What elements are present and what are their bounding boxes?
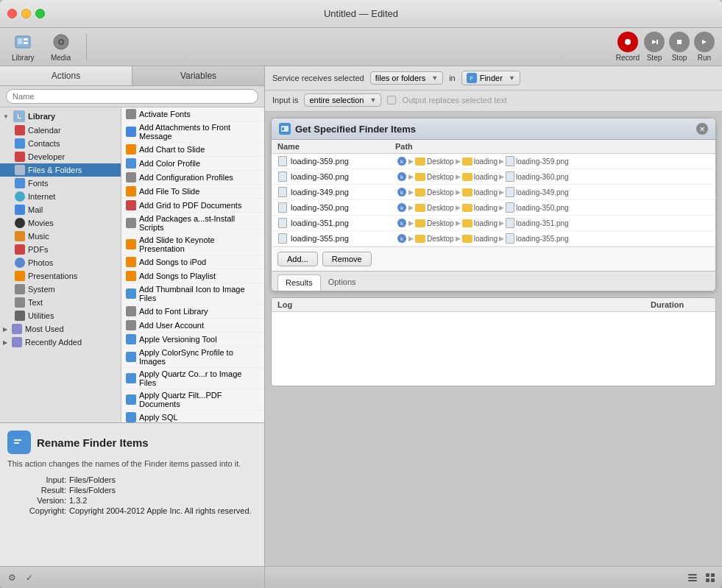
action-apply-colorsync[interactable]: Apply ColorSync Profile to Images (121, 347, 264, 368)
output-replaces-checkbox[interactable] (387, 96, 396, 105)
maximize-button[interactable] (35, 9, 45, 18)
svg-rect-12 (13, 437, 26, 447)
finder-row-3[interactable]: loading-350.png k ▶ Desktop ▶ loading ▶ (272, 200, 715, 216)
list-view-button[interactable] (685, 570, 700, 585)
developer-icon (15, 152, 25, 162)
recently-added-icon (12, 337, 22, 347)
media-label: Media (51, 54, 71, 62)
pdfs-icon (15, 244, 25, 255)
action-add-to-font-library[interactable]: Add to Font Library (121, 305, 264, 319)
stop-button[interactable]: Stop (669, 32, 690, 62)
action-add-color-profile[interactable]: Add Color Profile (121, 157, 264, 171)
sidebar-item-most-used[interactable]: ▶ Most Used (0, 322, 121, 336)
sidebar-item-fonts[interactable]: Fonts (0, 177, 121, 190)
service-type-dropdown[interactable]: files or folders ▼ (370, 71, 443, 85)
finder-panel-title: Get Specified Finder Items (295, 124, 416, 135)
tab-results[interactable]: Results (277, 274, 321, 291)
action-add-grid-pdf[interactable]: Add Grid to PDF Documents (121, 199, 264, 213)
action-icon (126, 271, 136, 281)
sidebar-item-files-folders[interactable]: Files & Folders (0, 163, 121, 177)
library-button[interactable]: Library (7, 29, 39, 65)
action-icon (126, 352, 136, 362)
sidebar-item-pdfs[interactable]: PDFs (0, 243, 121, 256)
sidebar-item-photos[interactable]: Photos (0, 256, 121, 269)
finder-row-1[interactable]: loading-360.png k ▶ Desktop ▶ loading ▶ (272, 169, 715, 185)
run-button[interactable]: Run (694, 32, 715, 62)
sidebar-item-mail[interactable]: Mail (0, 203, 121, 216)
action-apply-quartz-color[interactable]: Apply Quartz Co...r to Image Files (121, 368, 264, 389)
action-add-attachments[interactable]: Add Attachments to Front Message (121, 121, 264, 143)
close-button[interactable] (7, 9, 17, 18)
grid-view-button[interactable] (703, 570, 718, 585)
finder-row-2[interactable]: loading-349.png k ▶ Desktop ▶ loading ▶ (272, 185, 715, 200)
svg-rect-10 (677, 40, 682, 44)
sidebar-item-text[interactable]: Text (0, 296, 121, 309)
sidebar-item-music[interactable]: Music (0, 230, 121, 243)
action-icon (126, 257, 136, 267)
finder-icon: F (467, 73, 477, 83)
finder-row-0[interactable]: loading-359.png k ▶ Desktop ▶ loading ▶ (272, 154, 715, 169)
svg-rect-33 (711, 573, 715, 577)
sidebar-item-internet[interactable]: Internet (0, 190, 121, 203)
action-add-packages[interactable]: Add Packages a...st-Install Scripts (121, 213, 264, 234)
check-button[interactable]: ✓ (22, 570, 37, 585)
action-add-config-profiles[interactable]: Add Configuration Profiles (121, 171, 264, 185)
finder-row-4[interactable]: loading-351.png k ▶ Desktop ▶ loading ▶ (272, 216, 715, 231)
step-button[interactable]: Step (644, 32, 665, 62)
action-add-thumbnail[interactable]: Add Thumbnail Icon to Image Files (121, 283, 264, 305)
folder-icon (462, 204, 473, 212)
presentations-icon (15, 271, 25, 281)
text-icon (15, 297, 25, 308)
library-root[interactable]: ▼ L Library (0, 109, 121, 124)
action-add-songs-ipod[interactable]: Add Songs to iPod (121, 255, 264, 269)
sidebar-item-utilities[interactable]: Utilities (0, 309, 121, 322)
finder-row-5[interactable]: loading-355.png k ▶ Desktop ▶ loading ▶ (272, 231, 715, 247)
record-button[interactable]: Record (616, 32, 640, 62)
finder-panel-close[interactable]: ✕ (696, 123, 708, 135)
action-icon (126, 144, 136, 155)
sidebar-item-presentations[interactable]: Presentations (0, 269, 121, 283)
action-apply-sql[interactable]: Apply SQL (121, 411, 264, 422)
tab-options[interactable]: Options (321, 274, 364, 291)
svg-rect-35 (711, 578, 715, 582)
sidebar-item-developer[interactable]: Developer (0, 150, 121, 163)
svg-rect-31 (688, 580, 697, 581)
stop-icon (669, 32, 690, 52)
input-type-dropdown[interactable]: entire selection ▼ (304, 93, 381, 107)
action-add-user-account[interactable]: Add User Account (121, 319, 264, 333)
action-activate-fonts[interactable]: Activate Fonts (121, 107, 264, 121)
sidebar-item-calendar[interactable]: Calendar (0, 124, 121, 137)
action-icon (126, 288, 136, 299)
media-button[interactable]: Media (46, 29, 76, 65)
action-add-slide-keynote[interactable]: Add Slide to Keynote Presentation (121, 234, 264, 255)
info-panel: Rename Finder Items This action changes … (0, 422, 264, 566)
finder-dropdown[interactable]: F Finder ▼ (461, 71, 520, 85)
sidebar-item-system[interactable]: System (0, 283, 121, 296)
tab-actions[interactable]: Actions (0, 66, 132, 85)
action-add-file-to-slide[interactable]: Add File To Slide (121, 185, 264, 199)
info-copyright-row: Copyright: Copyright 2004-2012 Apple Inc… (7, 506, 257, 515)
library-label: Library (12, 54, 35, 62)
output-replaces-label: Output replaces selected text (402, 96, 506, 105)
tab-variables[interactable]: Variables (132, 66, 264, 85)
minimize-button[interactable] (21, 9, 31, 18)
action-icon (126, 200, 136, 210)
sidebar-item-recently-added[interactable]: ▶ Recently Added (0, 336, 121, 349)
action-apple-versioning[interactable]: Apple Versioning Tool (121, 333, 264, 347)
log-header: Log Duration (272, 298, 715, 312)
files-folders-icon (15, 165, 25, 175)
sidebar-item-movies[interactable]: Movies (0, 216, 121, 230)
action-apply-quartz-filt[interactable]: Apply Quartz Filt...PDF Documents (121, 389, 264, 411)
action-add-songs-playlist[interactable]: Add Songs to Playlist (121, 269, 264, 283)
contacts-icon (15, 138, 25, 149)
add-button[interactable]: Add... (277, 252, 318, 266)
info-desc: This action changes the names of the Fin… (7, 458, 257, 470)
remove-button[interactable]: Remove (322, 252, 372, 266)
step-label: Step (647, 54, 662, 62)
search-input[interactable] (6, 89, 258, 104)
sidebar-item-contacts[interactable]: Contacts (0, 137, 121, 150)
file-icon (506, 233, 514, 244)
calendar-icon (15, 125, 25, 135)
settings-button[interactable]: ⚙ (4, 570, 19, 585)
action-add-chart[interactable]: Add Chart to Slide (121, 143, 264, 157)
